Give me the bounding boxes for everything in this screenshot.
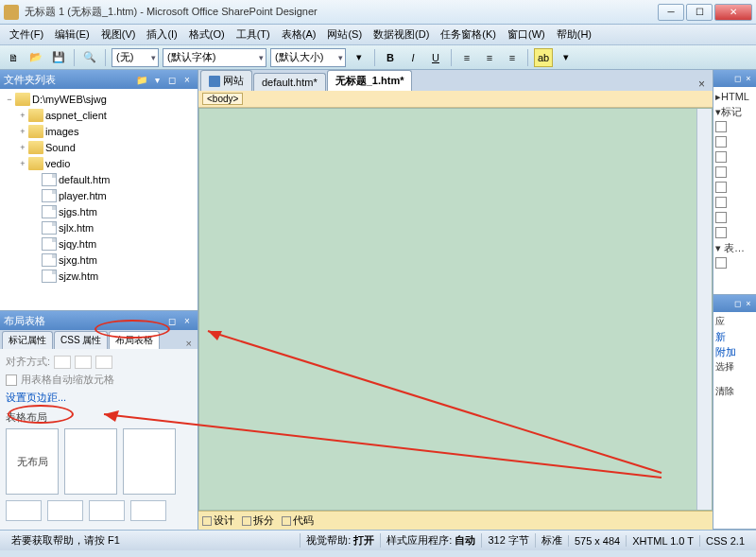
attach-link[interactable]: 附加	[715, 344, 754, 359]
status-style-app: 样式应用程序: 自动	[380, 533, 481, 548]
tab-css-properties[interactable]: CSS 属性	[54, 331, 108, 349]
maximize-button[interactable]: ☐	[686, 4, 713, 21]
close-button[interactable]: ✕	[714, 4, 752, 21]
open-icon[interactable]: 📂	[26, 48, 45, 67]
toolbox-item[interactable]	[715, 255, 754, 270]
align-left-button[interactable]	[54, 356, 71, 369]
menu-dataview[interactable]: 数据视图(D)	[368, 26, 435, 44]
doc-tab-site[interactable]: 网站	[200, 70, 252, 91]
tree-file[interactable]: sjxg.htm	[2, 252, 196, 268]
toolbox-item[interactable]	[715, 119, 754, 134]
tree-folder[interactable]: +images	[2, 123, 196, 139]
toolbox-item[interactable]	[715, 180, 754, 195]
menu-window[interactable]: 窗口(W)	[502, 26, 551, 44]
folder-tree[interactable]: −D:\myWEB\sjwg +aspnet_client +images +S…	[0, 89, 198, 310]
panel-menu-icon[interactable]: ▾	[150, 73, 163, 86]
menu-edit[interactable]: 编辑(E)	[49, 26, 95, 44]
toolbox-item[interactable]	[715, 165, 754, 180]
design-surface[interactable]	[198, 108, 713, 511]
right-pane: ◻ × ▸ HTML ▾ 标记 ▾ 表… ◻ × 应 新 附加 选择 清除	[713, 70, 756, 530]
autoscale-checkbox[interactable]	[6, 374, 17, 386]
tree-file[interactable]: sjzw.htm	[2, 268, 196, 284]
tree-root[interactable]: −D:\myWEB\sjwg	[2, 91, 196, 107]
more-icon[interactable]: ▾	[557, 48, 576, 67]
toolbox-item[interactable]: ▸ HTML	[715, 89, 754, 104]
tabs-close-icon[interactable]: ×	[182, 338, 196, 349]
panel-pin-icon[interactable]: ◻	[165, 314, 179, 327]
align-center-icon[interactable]: ≡	[480, 48, 499, 67]
size-dropdown-icon[interactable]: ▾	[350, 48, 369, 67]
separator	[451, 49, 452, 66]
doc-close-icon[interactable]: ×	[693, 78, 711, 91]
panel-close-icon[interactable]: ×	[180, 314, 194, 327]
layout-thumb[interactable]	[47, 500, 83, 521]
preview-icon[interactable]: 🔍	[80, 48, 99, 67]
toolbox-item[interactable]	[715, 195, 754, 210]
panel-close-icon[interactable]: ×	[743, 299, 754, 308]
tree-folder[interactable]: +aspnet_client	[2, 107, 196, 123]
menu-taskpanes[interactable]: 任务窗格(K)	[435, 26, 502, 44]
size-combo[interactable]: (默认大小)	[270, 48, 346, 67]
new-folder-icon[interactable]: 📁	[135, 73, 148, 86]
menu-insert[interactable]: 插入(I)	[141, 26, 182, 44]
panel-close-icon[interactable]: ×	[180, 73, 194, 86]
toolbox-section[interactable]: ▾ 表…	[715, 240, 754, 255]
layout-thumb[interactable]	[64, 428, 117, 495]
view-design[interactable]: 设计	[202, 513, 234, 528]
clear-styles[interactable]: 清除	[715, 384, 754, 399]
tree-folder[interactable]: +Sound	[2, 139, 196, 155]
minimize-button[interactable]: ─	[658, 4, 684, 21]
toolbox-item[interactable]	[715, 149, 754, 165]
new-icon[interactable]: 🗎	[4, 48, 23, 67]
tree-file[interactable]: default.htm	[2, 171, 196, 187]
set-margins-link[interactable]: 设置页边距...	[6, 391, 192, 405]
breadcrumb-body[interactable]: <body>	[202, 93, 243, 105]
underline-button[interactable]: U	[426, 48, 445, 67]
layout-thumb[interactable]	[6, 500, 42, 521]
tree-file[interactable]: sjgs.htm	[2, 203, 196, 219]
tab-tag-properties[interactable]: 标记属性	[2, 331, 53, 349]
menu-format[interactable]: 格式(O)	[183, 26, 231, 44]
menu-table[interactable]: 表格(A)	[276, 26, 322, 44]
panel-close-icon[interactable]: ×	[743, 74, 754, 83]
view-code[interactable]: 代码	[282, 513, 314, 528]
doc-tab-active[interactable]: 无标题_1.htm*	[327, 70, 413, 91]
layout-thumb[interactable]	[130, 500, 166, 521]
vertical-scrollbar[interactable]	[696, 109, 712, 510]
italic-button[interactable]: I	[404, 48, 422, 67]
toolbox-item[interactable]	[715, 134, 754, 149]
toolbox-item[interactable]	[715, 210, 754, 225]
layout-thumb-none[interactable]: 无布局	[6, 428, 59, 495]
panel-pin-icon[interactable]: ◻	[731, 299, 743, 308]
panel-pin-icon[interactable]: ◻	[731, 74, 743, 83]
style-combo[interactable]: (无)	[112, 48, 159, 67]
tag-breadcrumb: <body>	[198, 91, 713, 108]
menu-tools[interactable]: 工具(T)	[231, 26, 276, 44]
align-right-icon[interactable]: ≡	[503, 48, 522, 67]
tree-file[interactable]: sjlx.htm	[2, 219, 196, 235]
highlight-icon[interactable]: ab	[534, 48, 553, 67]
view-split[interactable]: 拆分	[242, 513, 274, 528]
align-left-icon[interactable]: ≡	[457, 48, 476, 67]
new-style-link[interactable]: 新	[715, 329, 754, 344]
menu-site[interactable]: 网站(S)	[321, 26, 368, 44]
panel-pin-icon[interactable]: ◻	[165, 73, 179, 86]
menu-help[interactable]: 帮助(H)	[551, 26, 597, 44]
font-combo[interactable]: (默认字体)	[163, 48, 266, 67]
autoscale-row: 用表格自动缩放元格	[6, 373, 192, 387]
tree-folder[interactable]: +vedio	[2, 155, 196, 171]
bold-button[interactable]: B	[381, 48, 400, 67]
menu-file[interactable]: 文件(F)	[4, 26, 49, 44]
align-right-button[interactable]	[95, 356, 112, 369]
tree-file[interactable]: player.htm	[2, 187, 196, 203]
layout-thumb[interactable]	[123, 428, 176, 495]
align-center-button[interactable]	[75, 356, 92, 369]
tree-file[interactable]: sjqy.htm	[2, 235, 196, 252]
toolbox-item[interactable]: ▾ 标记	[715, 104, 754, 119]
tab-layout-tables[interactable]: 布局表格	[109, 331, 160, 349]
menu-view[interactable]: 视图(V)	[95, 26, 142, 44]
doc-tab[interactable]: default.htm*	[253, 73, 326, 91]
toolbox-item[interactable]	[715, 225, 754, 240]
save-icon[interactable]: 💾	[49, 48, 68, 67]
layout-thumb[interactable]	[89, 500, 125, 521]
